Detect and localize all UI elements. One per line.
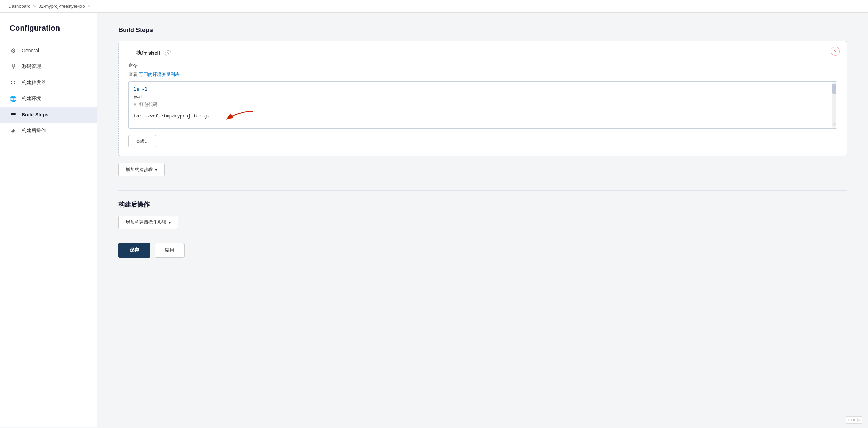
post-build-section: 构建后操作 增加构建后操作步骤 ▾ [118,200,847,229]
add-post-build-dropdown-icon: ▾ [169,220,171,225]
sidebar-item-source[interactable]: ⑂ 源码管理 [0,59,97,75]
build-steps-heading: Build Steps [118,26,847,34]
save-button[interactable]: 保存 [118,243,150,258]
sidebar-item-triggers[interactable]: ⏱ 构建触发器 [0,75,97,91]
post-build-heading: 构建后操作 [118,200,847,209]
step-header: ≡ 执行 shell ? [128,49,837,57]
env-variables-link[interactable]: 可用的环境变量列表 [139,72,180,77]
branch-icon: ⑂ [10,63,17,70]
code-display[interactable]: ls -l pwd # 打包代码 tar -zvcf /tmp/myproj.t… [129,82,837,128]
main-content: Build Steps × ≡ 执行 shell ? 命令 查看 可用的环境变量… [97,13,868,427]
scrollbar-thumb[interactable] [832,84,836,94]
help-icon[interactable]: ? [165,50,171,56]
code-line-1: ls -l [134,86,824,93]
add-build-step-dropdown-icon: ▾ [155,167,157,173]
sidebar-title: Configuration [0,24,97,43]
sidebar-item-general[interactable]: ⚙ General [0,43,97,59]
sidebar-item-triggers-label: 构建触发器 [22,79,46,86]
breadcrumb-job[interactable]: 02-myproj-freestyle-job [39,3,85,9]
svg-rect-0 [11,113,16,114]
cube-icon: ◈ [10,127,17,134]
sidebar-item-env-label: 构建环境 [22,95,41,102]
section-divider [118,190,847,191]
svg-rect-1 [11,114,16,115]
red-arrow-annotation [225,109,256,124]
sidebar-item-source-label: 源码管理 [22,63,41,70]
gear-icon: ⚙ [10,47,17,54]
action-buttons: 保存 应用 [118,243,847,258]
list-icon [10,111,17,118]
drag-handle-icon[interactable]: ≡ [128,49,132,57]
code-line-4: tar -zvcf /tmp/myproj.tar.gz . [134,109,824,124]
add-post-build-label: 增加构建后操作步骤 [126,219,166,226]
breadcrumb-dashboard[interactable]: Dashboard [8,3,31,9]
sidebar-item-build-steps[interactable]: Build Steps [0,107,97,123]
command-label: 命令 [128,62,837,69]
apply-button[interactable]: 应用 [155,243,185,258]
svg-rect-2 [11,116,16,116]
sidebar-item-post-build[interactable]: ◈ 构建后操作 [0,123,97,139]
sidebar: Configuration ⚙ General ⑂ 源码管理 ⏱ 构建触发器 🌐… [0,13,97,427]
close-icon: × [834,48,837,54]
step-close-button[interactable]: × [831,47,840,56]
resize-handle-icon[interactable]: ⊿ [832,121,836,128]
breadcrumb-bar: Dashboard > 02-myproj-freestyle-job > [0,0,868,13]
step-title: 执行 shell [136,50,160,56]
code-editor-wrapper: ls -l pwd # 打包代码 tar -zvcf /tmp/myproj.t… [128,81,837,129]
clock-icon: ⏱ [10,79,17,86]
advanced-button[interactable]: 高级... [128,135,156,147]
sidebar-item-post-build-label: 构建后操作 [22,128,46,134]
add-build-step-button[interactable]: 增加构建步骤 ▾ [118,163,165,176]
build-step-card: × ≡ 执行 shell ? 命令 查看 可用的环境变量列表 ls -l pw [118,41,847,156]
globe-icon: 🌐 [10,95,17,102]
sidebar-item-build-steps-label: Build Steps [22,112,48,117]
code-line-3: # 打包代码 [134,101,824,109]
env-link-row: 查看 可用的环境变量列表 [128,71,837,78]
main-layout: Configuration ⚙ General ⑂ 源码管理 ⏱ 构建触发器 🌐… [0,13,868,427]
sidebar-item-general-label: General [22,48,39,53]
add-post-build-button[interactable]: 增加构建后操作步骤 ▾ [118,216,178,229]
sidebar-item-env[interactable]: 🌐 构建环境 [0,91,97,107]
breadcrumb-sep-2: > [88,4,90,9]
breadcrumb-sep-1: > [33,4,36,9]
env-link-prefix: 查看 [128,72,139,77]
code-line-2: pwd [134,93,824,101]
corner-watermark: 中 # 林 [846,416,862,424]
add-build-step-label: 增加构建步骤 [126,167,153,173]
